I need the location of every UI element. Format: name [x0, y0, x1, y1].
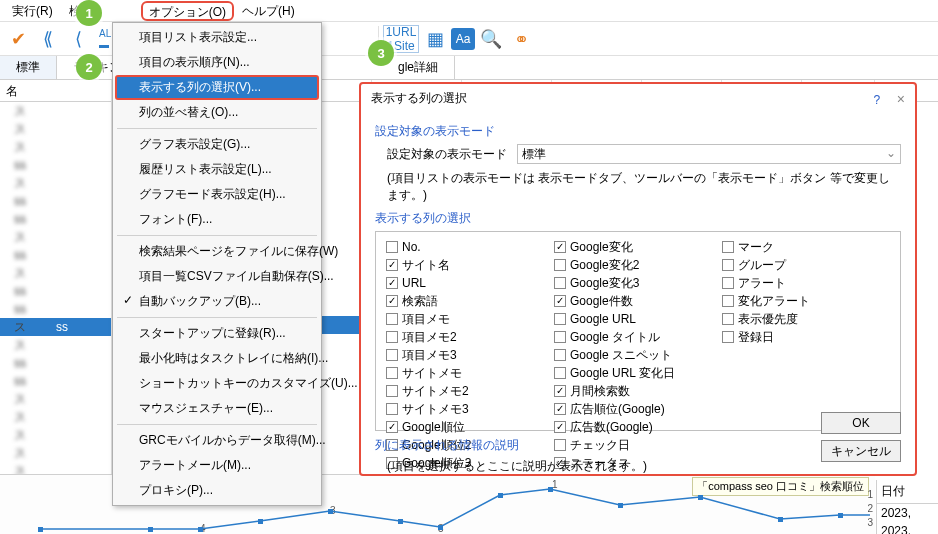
- checkbox-icon[interactable]: [722, 295, 734, 307]
- column-checkbox[interactable]: サイトメモ2: [386, 382, 554, 400]
- checkbox-icon[interactable]: [386, 349, 398, 361]
- checkbox-icon[interactable]: [554, 367, 566, 379]
- menu-item[interactable]: スタートアップに登録(R)...: [115, 321, 319, 346]
- check-icon[interactable]: ✔: [4, 25, 32, 53]
- checkbox-icon[interactable]: [386, 421, 398, 433]
- column-checkbox[interactable]: グループ: [722, 256, 890, 274]
- column-checkbox[interactable]: Google順位: [386, 418, 554, 436]
- column-checkbox[interactable]: Google件数: [554, 292, 722, 310]
- checkbox-icon[interactable]: [554, 241, 566, 253]
- date-row[interactable]: 2023,: [877, 504, 938, 522]
- list-item[interactable]: ss: [0, 282, 111, 300]
- zoom-icon[interactable]: 🔍: [477, 25, 505, 53]
- menu-item[interactable]: 列の並べ替え(O)...: [115, 100, 319, 125]
- list-item[interactable]: ss: [0, 210, 111, 228]
- checkbox-icon[interactable]: [386, 367, 398, 379]
- checkbox-icon[interactable]: [554, 313, 566, 325]
- checkbox-icon[interactable]: [386, 331, 398, 343]
- list-item[interactable]: ス: [0, 336, 111, 354]
- tab-gle-detail[interactable]: gle詳細: [382, 56, 455, 79]
- menu-run[interactable]: 実行(R): [4, 0, 61, 21]
- menu-item[interactable]: ✓自動バックアップ(B)...: [115, 289, 319, 314]
- checkbox-icon[interactable]: [554, 331, 566, 343]
- checkbox-icon[interactable]: [386, 313, 398, 325]
- column-checkbox[interactable]: 月間検索数: [554, 382, 722, 400]
- checkbox-icon[interactable]: [722, 241, 734, 253]
- checkbox-icon[interactable]: [554, 439, 566, 451]
- menu-item[interactable]: グラフモード表示設定(H)...: [115, 182, 319, 207]
- column-checkbox[interactable]: No.: [386, 238, 554, 256]
- close-icon[interactable]: ×: [897, 91, 905, 107]
- column-checkbox[interactable]: Google変化2: [554, 256, 722, 274]
- menu-item[interactable]: 最小化時はタスクトレイに格納(I)...: [115, 346, 319, 371]
- checkbox-icon[interactable]: [722, 277, 734, 289]
- menu-options[interactable]: オプション(O): [141, 1, 234, 21]
- list-item[interactable]: ス: [0, 264, 111, 282]
- share-icon[interactable]: ⚭: [507, 25, 535, 53]
- date-row[interactable]: 2023,: [877, 522, 938, 534]
- checkbox-icon[interactable]: [554, 259, 566, 271]
- column-checkbox[interactable]: 項目メモ: [386, 310, 554, 328]
- tab-standard[interactable]: 標準: [0, 56, 57, 79]
- menu-item[interactable]: フォント(F)...: [115, 207, 319, 232]
- checkbox-icon[interactable]: [386, 385, 398, 397]
- column-checkbox[interactable]: Google スニペット: [554, 346, 722, 364]
- list-item[interactable]: ss: [0, 300, 111, 318]
- menu-item[interactable]: 履歴リスト表示設定(L)...: [115, 157, 319, 182]
- column-checkbox[interactable]: チェック日: [554, 436, 722, 454]
- aa-icon[interactable]: Aa: [451, 28, 475, 50]
- checkbox-icon[interactable]: [554, 403, 566, 415]
- menu-item[interactable]: GRCモバイルからデータ取得(M)...: [115, 428, 319, 453]
- checkbox-icon[interactable]: [386, 241, 398, 253]
- menu-item[interactable]: プロキシ(P)...: [115, 478, 319, 503]
- column-checkbox[interactable]: 広告順位(Google): [554, 400, 722, 418]
- column-checkbox[interactable]: Google URL 変化日: [554, 364, 722, 382]
- menu-item[interactable]: 項目リスト表示設定...: [115, 25, 319, 50]
- column-checkbox[interactable]: 項目メモ3: [386, 346, 554, 364]
- checkbox-icon[interactable]: [554, 349, 566, 361]
- list-item[interactable]: ss: [0, 246, 111, 264]
- list-item[interactable]: ス: [0, 120, 111, 138]
- cancel-button[interactable]: キャンセル: [821, 440, 901, 462]
- column-checkbox[interactable]: 表示優先度: [722, 310, 890, 328]
- column-checkbox[interactable]: 項目メモ2: [386, 328, 554, 346]
- column-checkbox[interactable]: Google変化3: [554, 274, 722, 292]
- menu-item[interactable]: 表示する列の選択(V)...: [115, 75, 319, 100]
- menu-item[interactable]: ショートカットキーのカスタマイズ(U)...: [115, 371, 319, 396]
- list-item[interactable]: ス: [0, 102, 111, 120]
- checkbox-icon[interactable]: [554, 385, 566, 397]
- date-header[interactable]: 日付: [877, 480, 938, 504]
- checkbox-icon[interactable]: [722, 331, 734, 343]
- checkbox-icon[interactable]: [386, 295, 398, 307]
- rewind-icon[interactable]: ⟪: [34, 25, 62, 53]
- column-header-name[interactable]: 名: [0, 80, 111, 102]
- list-item[interactable]: ス: [0, 408, 111, 426]
- ok-button[interactable]: OK: [821, 412, 901, 434]
- column-checkbox[interactable]: 変化アラート: [722, 292, 890, 310]
- checkbox-icon[interactable]: [386, 403, 398, 415]
- checkbox-icon[interactable]: [386, 259, 398, 271]
- menu-item[interactable]: グラフ表示設定(G)...: [115, 132, 319, 157]
- column-checkbox[interactable]: URL: [386, 274, 554, 292]
- menu-item[interactable]: アラートメール(M)...: [115, 453, 319, 478]
- column-checkbox[interactable]: Google変化: [554, 238, 722, 256]
- checkbox-icon[interactable]: [554, 277, 566, 289]
- menu-item[interactable]: マウスジェスチャー(E)...: [115, 396, 319, 421]
- menu-item[interactable]: 検索結果ページをファイルに保存(W): [115, 239, 319, 264]
- column-checkbox[interactable]: 広告数(Google): [554, 418, 722, 436]
- grid-icon[interactable]: ▦: [421, 25, 449, 53]
- list-item[interactable]: ss: [0, 156, 111, 174]
- column-checkbox[interactable]: Google URL: [554, 310, 722, 328]
- checkbox-icon[interactable]: [722, 259, 734, 271]
- list-item[interactable]: ss: [0, 354, 111, 372]
- checkbox-icon[interactable]: [722, 313, 734, 325]
- list-item[interactable]: ス: [0, 138, 111, 156]
- column-checkbox[interactable]: サイトメモ: [386, 364, 554, 382]
- list-item[interactable]: ス: [0, 228, 111, 246]
- column-checkbox[interactable]: Google タイトル: [554, 328, 722, 346]
- menu-item[interactable]: 項目の表示順序(N)...: [115, 50, 319, 75]
- list-item[interactable]: ス: [0, 174, 111, 192]
- back-icon[interactable]: ⟨: [64, 25, 92, 53]
- list-item[interactable]: ss: [0, 192, 111, 210]
- column-checkbox[interactable]: マーク: [722, 238, 890, 256]
